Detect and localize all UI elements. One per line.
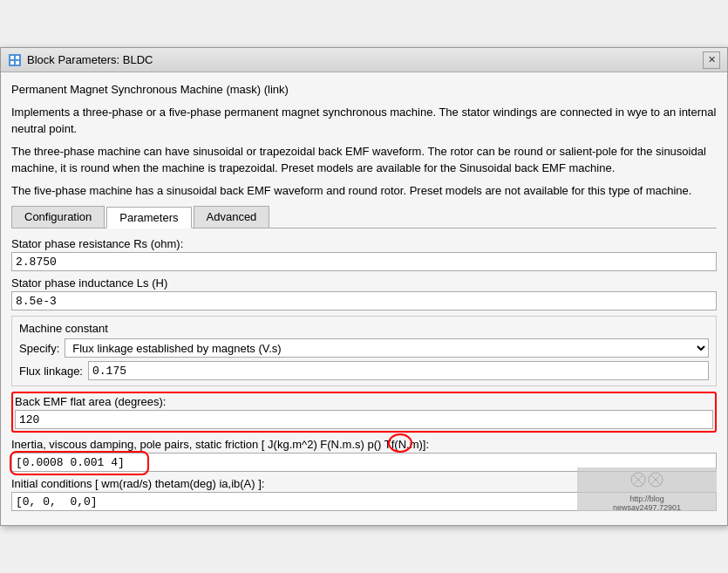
back-emf-input[interactable] <box>15 410 713 429</box>
flux-linkage-row: Flux linkage: <box>19 361 709 380</box>
titlebar-left: Block Parameters: BLDC <box>8 53 153 67</box>
tab-parameters[interactable]: Parameters <box>106 207 191 229</box>
main-content: Permanent Magnet Synchronous Machine (ma… <box>1 72 727 525</box>
specify-select[interactable]: Flux linkage established by magnets (V.s… <box>65 338 709 358</box>
stator-inductance-row: Stator phase inductance Ls (H) <box>11 276 717 310</box>
tab-configuration[interactable]: Configuration <box>11 206 105 228</box>
flux-linkage-input[interactable] <box>88 361 709 380</box>
svg-rect-2 <box>16 56 19 59</box>
tab-bar: Configuration Parameters Advanced <box>11 206 717 229</box>
specify-label: Specify: <box>19 342 59 355</box>
initial-conditions-row: Initial conditions [ wm(rad/s) thetam(de… <box>11 477 717 511</box>
tab-advanced[interactable]: Advanced <box>194 206 270 228</box>
stator-inductance-label: Stator phase inductance Ls (H) <box>11 276 717 290</box>
back-emf-label: Back EMF flat area (degrees): <box>15 395 713 408</box>
watermark-icon <box>629 467 664 493</box>
titlebar: Block Parameters: BLDC ✕ <box>1 48 727 72</box>
machine-constant-title: Machine constant <box>19 322 709 335</box>
initial-input-wrapper: http://blognewsay2497.72901 <box>11 492 717 511</box>
close-button[interactable]: ✕ <box>703 51 720 69</box>
window-icon <box>8 53 22 67</box>
stator-resistance-label: Stator phase resistance Rs (ohm): <box>11 237 717 250</box>
watermark-text: http://blognewsay2497.72901 <box>613 495 681 511</box>
flux-linkage-label: Flux linkage: <box>19 365 83 378</box>
stator-inductance-input[interactable] <box>11 291 717 310</box>
inertia-label: Inertia, viscous damping, pole pairs, st… <box>11 438 717 451</box>
svg-rect-3 <box>10 61 14 65</box>
svg-rect-1 <box>10 56 14 59</box>
specify-row: Specify: Flux linkage established by mag… <box>19 338 709 358</box>
desc-line1: Permanent Magnet Synchronous Machine (ma… <box>11 81 717 99</box>
stator-resistance-row: Stator phase resistance Rs (ohm): <box>11 237 717 271</box>
watermark-overlay: http://blognewsay2497.72901 <box>577 467 717 511</box>
watermark-content: http://blognewsay2497.72901 <box>613 467 681 511</box>
svg-rect-4 <box>16 61 19 65</box>
main-window: Block Parameters: BLDC ✕ Permanent Magne… <box>0 47 728 526</box>
window-title: Block Parameters: BLDC <box>27 53 153 66</box>
back-emf-row: Back EMF flat area (degrees): <box>11 392 717 433</box>
machine-constant-section: Machine constant Specify: Flux linkage e… <box>11 316 717 386</box>
desc-line2: Implements a three-phase or a five-phase… <box>11 104 717 138</box>
desc-line4: The five-phase machine has a sinusoidal … <box>11 182 717 200</box>
description-box: Permanent Magnet Synchronous Machine (ma… <box>11 81 717 199</box>
desc-line3: The three-phase machine can have sinusoi… <box>11 143 717 177</box>
stator-resistance-input[interactable] <box>11 252 717 271</box>
